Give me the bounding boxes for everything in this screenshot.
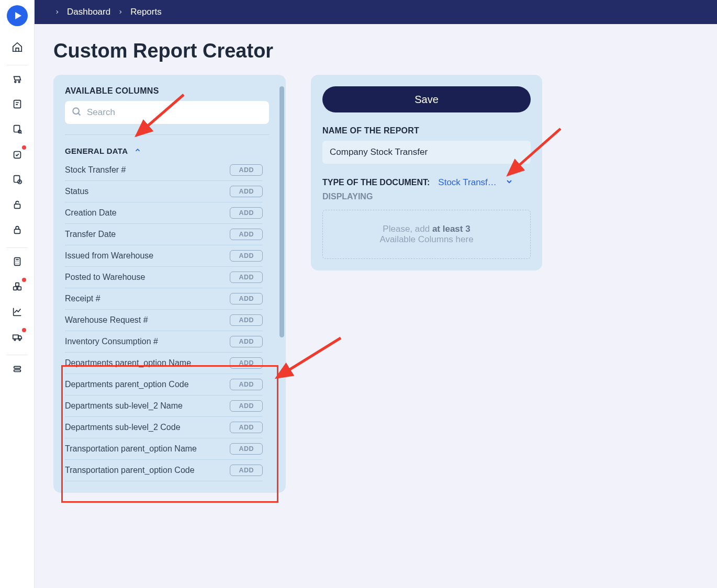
clock-doc-icon[interactable] xyxy=(7,169,28,190)
add-button[interactable]: ADD xyxy=(230,465,263,476)
svg-rect-13 xyxy=(15,283,18,286)
invoice-icon[interactable] xyxy=(7,94,28,115)
report-name-input[interactable] xyxy=(322,141,531,164)
document-search-icon[interactable] xyxy=(7,119,28,140)
group-header-general[interactable]: GENERAL DATA xyxy=(65,146,274,155)
chart-icon[interactable] xyxy=(7,301,28,322)
svg-rect-12 xyxy=(17,287,20,290)
unlock-icon[interactable] xyxy=(7,194,28,215)
available-columns-header: AVAILABLE COLUMNS xyxy=(65,86,274,96)
calculator-icon[interactable] xyxy=(7,251,28,272)
add-button[interactable]: ADD xyxy=(230,229,263,240)
column-item: Departments sub-level_2 NameADD xyxy=(65,395,263,417)
column-item: Transfer DateADD xyxy=(65,224,263,245)
svg-rect-11 xyxy=(13,287,16,290)
add-button[interactable]: ADD xyxy=(230,314,263,326)
column-label: Departments sub-level_2 Code xyxy=(65,423,181,432)
add-button[interactable]: ADD xyxy=(230,336,263,347)
search-icon xyxy=(71,106,82,119)
search-input[interactable] xyxy=(87,107,263,118)
column-label: Transportation parent_option Code xyxy=(65,466,195,475)
sidebar-separator-2 xyxy=(7,247,28,248)
app-logo[interactable] xyxy=(7,5,28,26)
svg-rect-10 xyxy=(14,258,20,266)
truck-icon[interactable] xyxy=(7,326,28,347)
columns-drop-zone[interactable]: Please, add at least 3 Available Columns… xyxy=(322,210,531,259)
document-type-select[interactable]: Stock Transf… xyxy=(438,177,496,188)
svg-rect-6 xyxy=(14,176,19,183)
chevron-right-icon xyxy=(54,7,60,17)
notification-dot xyxy=(22,278,26,282)
save-button[interactable]: Save xyxy=(322,86,531,112)
add-button[interactable]: ADD xyxy=(230,379,263,390)
svg-rect-14 xyxy=(13,335,18,338)
notification-dot xyxy=(22,145,26,150)
add-button[interactable]: ADD xyxy=(230,186,263,197)
column-item: Transportation parent_option NameADD xyxy=(65,438,263,460)
type-label: TYPE OF THE DOCUMENT: xyxy=(322,178,430,187)
svg-point-0 xyxy=(14,81,16,83)
settings-icon[interactable] xyxy=(7,358,28,379)
column-label: Issued from Warehouse xyxy=(65,251,153,261)
column-label: Creation Date xyxy=(65,208,117,218)
column-label: Departments parent_option Code xyxy=(65,380,189,389)
column-item: Departments sub-level_2 CodeADD xyxy=(65,417,263,438)
svg-point-19 xyxy=(73,108,79,114)
column-label: Stock Transfer # xyxy=(65,165,126,175)
add-button[interactable]: ADD xyxy=(230,422,263,433)
column-label: Receipt # xyxy=(65,294,100,303)
add-button[interactable]: ADD xyxy=(230,293,263,304)
svg-point-15 xyxy=(14,339,16,341)
scrollbar[interactable] xyxy=(279,86,284,337)
svg-rect-9 xyxy=(14,229,20,233)
inventory-icon[interactable] xyxy=(7,276,28,297)
column-item: Receipt #ADD xyxy=(65,288,263,310)
chevron-up-icon xyxy=(134,146,141,155)
add-button[interactable]: ADD xyxy=(230,357,263,369)
breadcrumb-reports[interactable]: Reports xyxy=(130,7,162,17)
column-label: Posted to Warehouse xyxy=(65,273,145,282)
breadcrumb-dashboard[interactable]: Dashboard xyxy=(67,7,110,17)
add-button[interactable]: ADD xyxy=(230,250,263,262)
divider xyxy=(65,134,269,135)
column-label: Status xyxy=(65,187,88,196)
column-label: Warehouse Request # xyxy=(65,315,148,325)
add-button[interactable]: ADD xyxy=(230,207,263,219)
column-label: Departments parent_option Name xyxy=(65,358,191,368)
column-item: Creation DateADD xyxy=(65,202,263,224)
add-button[interactable]: ADD xyxy=(230,164,263,176)
dropzone-text-bold: at least 3 xyxy=(432,224,470,234)
home-icon[interactable] xyxy=(7,37,28,58)
column-item: Issued from WarehouseADD xyxy=(65,245,263,267)
report-settings-panel: Save NAME OF THE REPORT TYPE OF THE DOCU… xyxy=(311,75,542,270)
column-label: Transportation parent_option Name xyxy=(65,444,197,454)
add-button[interactable]: ADD xyxy=(230,443,263,455)
column-item: StatusADD xyxy=(65,181,263,202)
name-label: NAME OF THE REPORT xyxy=(322,126,531,135)
add-button[interactable]: ADD xyxy=(230,272,263,283)
chevron-right-icon xyxy=(118,7,123,17)
column-item: Departments parent_option CodeADD xyxy=(65,374,263,395)
sidebar-separator xyxy=(7,65,28,65)
svg-point-1 xyxy=(18,81,20,83)
column-label: Inventory Consumption # xyxy=(65,337,158,346)
approve-icon[interactable] xyxy=(7,144,28,165)
column-item: Warehouse Request #ADD xyxy=(65,310,263,331)
chevron-down-icon[interactable] xyxy=(505,177,513,188)
sidebar xyxy=(0,0,35,588)
displaying-label: DISPLAYING xyxy=(322,192,531,201)
svg-rect-8 xyxy=(14,204,20,208)
lock-icon[interactable] xyxy=(7,219,28,240)
add-button[interactable]: ADD xyxy=(230,400,263,412)
column-label: Departments sub-level_2 Name xyxy=(65,401,183,411)
column-item: Posted to WarehouseADD xyxy=(65,267,263,288)
group-title: GENERAL DATA xyxy=(65,146,128,155)
column-label: Transfer Date xyxy=(65,230,116,239)
notification-dot xyxy=(22,328,26,332)
svg-rect-17 xyxy=(14,366,20,368)
column-item: Departments parent_option NameADD xyxy=(65,353,263,374)
svg-rect-18 xyxy=(14,370,20,372)
cart-icon[interactable] xyxy=(7,69,28,89)
breadcrumb-bar: Dashboard Reports xyxy=(35,0,717,24)
svg-point-16 xyxy=(19,339,20,341)
